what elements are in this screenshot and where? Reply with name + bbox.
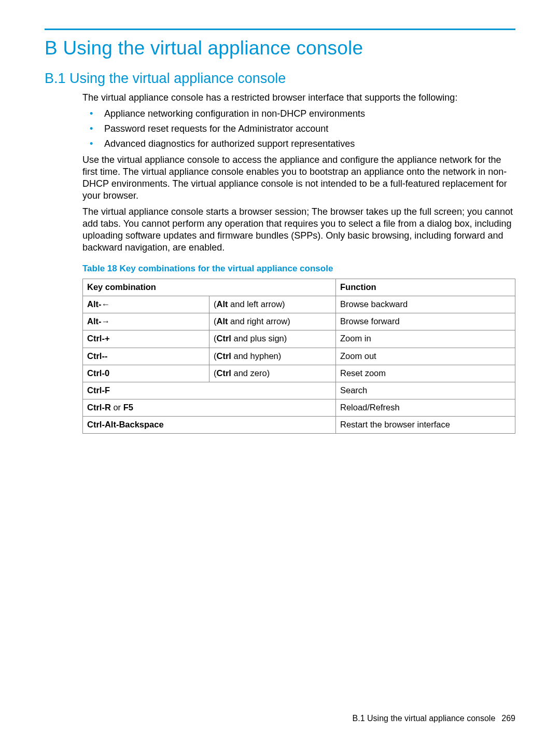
body-block: The virtual appliance console has a rest… (82, 92, 515, 434)
list-item-text: Advanced diagnostics for authorized supp… (104, 139, 355, 149)
desc-suffix: and left arrow) (228, 299, 285, 309)
key-desc-cell: (Alt and right arrow) (209, 313, 336, 330)
key-bold2: F5 (123, 403, 133, 412)
table-header-row: Key combination Function (83, 279, 515, 296)
key-desc-cell: (Alt and left arrow) (209, 296, 336, 313)
key-cell: Ctrl-Alt-Backspace (83, 417, 336, 434)
key-cell: Ctrl-0 (83, 365, 209, 382)
appendix-title-text: Using the virtual appliance console (63, 37, 363, 59)
table-row: Ctrl-+ (Ctrl and plus sign) Zoom in (83, 330, 515, 348)
key-cell: Ctrl-R or F5 (83, 399, 336, 416)
func-cell: Search (336, 382, 515, 399)
key-desc-cell: (Ctrl and plus sign) (209, 330, 336, 348)
desc-suffix: and hyphen) (231, 351, 281, 361)
key-desc-cell: (Ctrl and hyphen) (209, 348, 336, 365)
desc-bold: Ctrl (217, 351, 231, 361)
desc-bold: Ctrl (217, 334, 231, 343)
key-cell: Ctrl-F (83, 382, 336, 399)
key-combinations-table: Key combination Function Alt-← (Alt and … (82, 279, 515, 434)
func-cell: Browse forward (336, 313, 515, 330)
key-bold: Ctrl-R (87, 403, 111, 412)
func-cell: Reset zoom (336, 365, 515, 382)
key-cell: Ctrl-- (83, 348, 209, 365)
top-rule (45, 29, 515, 30)
key-bold: Alt- (87, 299, 102, 309)
table-row: Ctrl-0 (Ctrl and zero) Reset zoom (83, 365, 515, 382)
table-caption: Table 18 Key combinations for the virtua… (82, 263, 515, 274)
intro-paragraph: The virtual appliance console has a rest… (82, 92, 515, 104)
func-cell: Restart the browser interface (336, 417, 515, 434)
table-header-function: Function (336, 279, 515, 296)
section-title-text: Using the virtual appliance console (69, 71, 286, 86)
footer-page-number: 269 (501, 714, 515, 723)
footer-section: B.1 Using the virtual appliance console (353, 714, 496, 723)
desc-suffix: and plus sign) (231, 334, 287, 343)
list-item: Appliance networking configuration in no… (82, 108, 515, 120)
key-tail: ← (102, 299, 110, 309)
key-bold: Ctrl-Alt-Backspace (87, 420, 164, 429)
section-title: B.1 Using the virtual appliance console (45, 71, 515, 87)
table-row: Alt-← (Alt and left arrow) Browse backwa… (83, 296, 515, 313)
list-item-text: Appliance networking configuration in no… (104, 108, 365, 119)
list-item: Advanced diagnostics for authorized supp… (82, 138, 515, 150)
func-cell: Zoom in (336, 330, 515, 348)
key-bold: Ctrl-- (87, 351, 107, 361)
appendix-label: B (45, 37, 58, 59)
feature-list: Appliance networking configuration in no… (82, 108, 515, 150)
table-row: Ctrl-R or F5 Reload/Refresh (83, 399, 515, 416)
desc-suffix: and zero) (231, 368, 270, 378)
key-cell: Ctrl-+ (83, 330, 209, 348)
key-bold: Ctrl-0 (87, 368, 109, 378)
appendix-title: B Using the virtual appliance console (45, 37, 515, 59)
desc-suffix: and right arrow) (228, 316, 290, 326)
key-mid: or (111, 403, 123, 412)
key-cell: Alt-→ (83, 313, 209, 330)
page-footer: B.1 Using the virtual appliance console2… (353, 714, 515, 723)
paragraph: Use the virtual appliance console to acc… (82, 154, 515, 202)
key-bold: Ctrl-+ (87, 334, 110, 343)
table-header-key: Key combination (83, 279, 336, 296)
key-bold: Alt- (87, 316, 102, 326)
table-row: Ctrl-F Search (83, 382, 515, 399)
table-row: Alt-→ (Alt and right arrow) Browse forwa… (83, 313, 515, 330)
desc-bold: Ctrl (217, 368, 231, 378)
desc-bold: Alt (217, 316, 228, 326)
list-item: Password reset requests for the Administ… (82, 123, 515, 135)
table-row: Ctrl-Alt-Backspace Restart the browser i… (83, 417, 515, 434)
table-row: Ctrl-- (Ctrl and hyphen) Zoom out (83, 348, 515, 365)
key-tail: → (102, 316, 110, 326)
page-content: B Using the virtual appliance console B.… (45, 29, 515, 434)
key-bold: Ctrl-F (87, 385, 110, 395)
desc-bold: Alt (217, 299, 228, 309)
func-cell: Browse backward (336, 296, 515, 313)
func-cell: Zoom out (336, 348, 515, 365)
key-cell: Alt-← (83, 296, 209, 313)
key-desc-cell: (Ctrl and zero) (209, 365, 336, 382)
paragraph: The virtual appliance console starts a b… (82, 206, 515, 254)
func-cell: Reload/Refresh (336, 399, 515, 416)
list-item-text: Password reset requests for the Administ… (104, 123, 328, 134)
section-label: B.1 (45, 71, 66, 86)
